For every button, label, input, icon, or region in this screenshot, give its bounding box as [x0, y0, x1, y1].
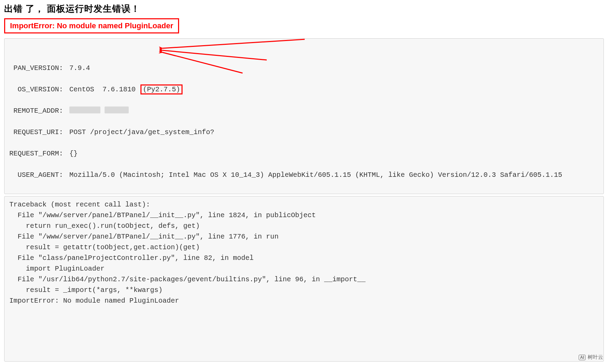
watermark-badge: AI — [579, 355, 586, 360]
user-agent-line: USER_AGENT: Mozilla/5.0 (Macintosh; Inte… — [9, 170, 599, 180]
request-uri-label: REQUEST_URI: — [9, 127, 65, 138]
request-form-label: REQUEST_FORM: — [9, 148, 65, 159]
request-form-value: {} — [69, 150, 78, 158]
error-summary-box: ImportError: No module named PluginLoade… — [4, 18, 179, 33]
watermark-text: 树叶云 — [588, 354, 603, 361]
redacted-ip-2 — [105, 107, 129, 113]
os-version-label: OS_VERSION: — [9, 84, 65, 95]
os-version-line: OS_VERSION: CentOS 7.6.1810 (Py2.7.5) — [9, 84, 599, 95]
remote-addr-label: REMOTE_ADDR: — [9, 105, 65, 116]
user-agent-label: USER_AGENT: — [9, 170, 65, 180]
svg-line-0 — [163, 39, 305, 48]
pan-version-line: PAN_VERSION: 7.9.4 — [9, 63, 599, 73]
request-uri-line: REQUEST_URI: POST /project/java/get_syst… — [9, 127, 599, 138]
pan-version-value: 7.9.4 — [69, 64, 90, 72]
redacted-ip-1 — [69, 107, 100, 113]
user-agent-value: Mozilla/5.0 (Macintosh; Intel Mac OS X 1… — [69, 171, 562, 179]
python-version-highlight: (Py2.7.5) — [140, 84, 183, 94]
request-form-line: REQUEST_FORM: {} — [9, 148, 599, 159]
watermark: AI 树叶云 — [579, 354, 603, 361]
request-uri-value: POST /project/java/get_system_info? — [69, 128, 214, 136]
traceback-panel: Traceback (most recent call last): File … — [4, 196, 604, 362]
pan-version-label: PAN_VERSION: — [9, 63, 65, 73]
os-version-value: CentOS 7.6.1810 — [69, 85, 136, 93]
page-title: 出错 了， 面板运行时发生错误！ — [4, 3, 604, 15]
remote-addr-line: REMOTE_ADDR: — [9, 105, 599, 116]
request-info-panel: PAN_VERSION: 7.9.4 OS_VERSION: CentOS 7.… — [4, 38, 604, 194]
svg-line-1 — [163, 50, 267, 60]
